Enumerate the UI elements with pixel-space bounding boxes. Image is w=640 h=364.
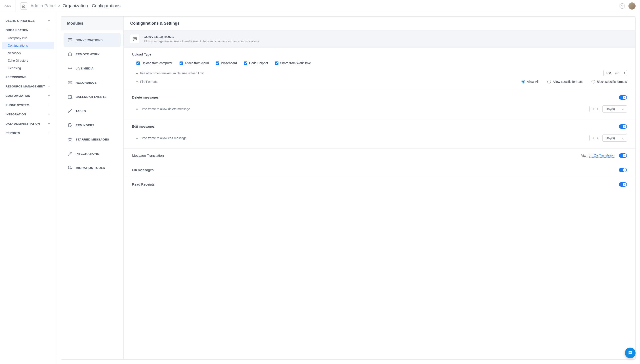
delete-timeframe-unit[interactable]: Day(s)⌄ <box>602 106 627 112</box>
sidebar-section-users-profiles[interactable]: USERS & PROFILES + <box>2 16 54 25</box>
home-button[interactable] <box>20 2 27 10</box>
check-label: Attach from cloud <box>185 61 209 65</box>
chevron-down-icon: ⌄ <box>621 137 623 140</box>
sidebar-section-label: USERS & PROFILES <box>6 19 35 22</box>
breadcrumb-sep: > <box>58 3 60 8</box>
plug-icon <box>68 151 72 156</box>
chat-bubble-icon <box>628 350 633 355</box>
check-label: Whiteboard <box>221 61 237 65</box>
plus-icon: + <box>47 122 51 126</box>
radio-input[interactable] <box>547 80 551 84</box>
stepper-icon[interactable]: ▲▼ <box>597 137 599 140</box>
check-whiteboard[interactable]: Whiteboard <box>216 61 237 65</box>
checkbox[interactable] <box>244 62 247 65</box>
bullet-icon <box>136 73 138 74</box>
sidebar-section-label: PHONE SYSTEM <box>6 104 29 107</box>
module-tasks[interactable]: TASKS <box>64 104 121 118</box>
svg-rect-7 <box>68 96 72 99</box>
help-button[interactable]: ? <box>619 3 625 9</box>
sidebar-section-data-administration[interactable]: DATA ADMINISTRATION+ <box>2 120 54 128</box>
toggle-message-translation[interactable] <box>619 153 627 158</box>
check-icon <box>68 108 72 114</box>
module-calendar-events[interactable]: CALENDAR EVENTS <box>64 90 121 104</box>
module-reminders[interactable]: REMINDERS <box>64 118 121 132</box>
chevron-down-icon: ⌄ <box>621 108 623 110</box>
minus-icon: – <box>47 28 51 32</box>
check-share-workdrive[interactable]: Share from WorkDrive <box>275 61 311 65</box>
sidebar-section-reports[interactable]: REPORTS+ <box>2 129 54 137</box>
sidebar-item-zoho-directory[interactable]: Zoho Directory <box>2 57 54 64</box>
section-message-translation: Message Translation Via : ZZia Translati… <box>124 148 635 163</box>
check-attach-cloud[interactable]: Attach from cloud <box>179 61 209 65</box>
max-size-input[interactable]: 400 mb ▲▼ <box>603 70 627 76</box>
radio-allow-all[interactable]: Allow All <box>522 80 538 84</box>
toggle-pin-messages[interactable] <box>619 168 627 172</box>
org-logo: Zylker <box>5 0 16 12</box>
sidebar-section-integration[interactable]: INTEGRATION+ <box>2 110 54 118</box>
delete-timeframe-value[interactable]: 30▲▼ <box>589 106 600 112</box>
section-title: Upload Type <box>132 52 151 56</box>
radio-label: Allow All <box>527 80 538 84</box>
sidebar-item-licensing[interactable]: Licensing <box>2 64 54 72</box>
module-migration-tools[interactable]: MIGRATION TOOLS <box>64 161 121 175</box>
sidebar-section-label: REPORTS <box>6 132 20 135</box>
toggle-edit-messages[interactable] <box>619 124 627 129</box>
sidebar-item-company-info[interactable]: Company Info <box>2 34 54 42</box>
svg-point-4 <box>70 68 70 69</box>
sidebar-section-label: DATA ADMINISTRATION <box>6 122 40 126</box>
sidebar-section-customization[interactable]: CUSTOMIZATION+ <box>2 92 54 100</box>
module-label: REMOTE WORK <box>76 52 100 56</box>
page-title: Configurations & Settings <box>124 17 635 30</box>
toggle-delete-messages[interactable] <box>619 95 627 100</box>
edit-timeframe-label: Time frame to allow edit message <box>140 136 187 140</box>
sidebar-item-networks[interactable]: Networks <box>2 49 54 57</box>
stepper-icon[interactable]: ▲▼ <box>624 72 625 74</box>
chat-icon <box>130 34 139 43</box>
module-integrations[interactable]: INTEGRATIONS <box>64 147 121 160</box>
edit-timeframe-unit[interactable]: Day(s)⌄ <box>602 134 627 142</box>
module-remote-work[interactable]: REMOTE WORK <box>64 47 121 61</box>
radio-input[interactable] <box>522 80 525 84</box>
checkbox[interactable] <box>216 62 219 65</box>
sidebar-item-configurations[interactable]: Configurations <box>2 42 54 49</box>
sidebar-section-resource-management[interactable]: RESOURCE MANAGEMENT+ <box>2 82 54 90</box>
house-icon <box>68 52 72 56</box>
module-label: LIVE MEDIA <box>76 67 94 70</box>
module-banner: CONVERSATIONS Allow your organization us… <box>124 30 635 48</box>
radio-block-specific[interactable]: Block specific formats <box>591 80 627 84</box>
zia-translation-link[interactable]: ZZia Translation <box>589 154 614 158</box>
module-live-media[interactable]: LIVE MEDIA <box>64 62 121 75</box>
clipboard-clock-icon <box>68 123 72 128</box>
sidebar-section-permissions[interactable]: PERMISSIONS+ <box>2 73 54 81</box>
plus-icon: + <box>47 103 51 107</box>
plus-icon: + <box>47 19 51 23</box>
checkbox[interactable] <box>275 62 278 65</box>
checkbox[interactable] <box>136 62 140 65</box>
svg-point-1 <box>69 40 69 40</box>
avatar[interactable] <box>628 2 635 10</box>
plus-icon: + <box>47 112 51 116</box>
module-label: INTEGRATIONS <box>76 152 99 155</box>
checkbox[interactable] <box>179 62 183 65</box>
calendar-icon <box>68 94 72 99</box>
radio-allow-specific[interactable]: Allow specific formats <box>547 80 583 84</box>
sidebar-section-phone-system[interactable]: PHONE SYSTEM+ <box>2 101 54 109</box>
edit-timeframe-value[interactable]: 30▲▼ <box>589 135 600 141</box>
breadcrumb-root[interactable]: Admin Panel <box>31 3 56 8</box>
check-code-snippet[interactable]: Code Snippet <box>244 61 268 65</box>
module-starred-messages[interactable]: STARRED MESSAGES <box>64 132 121 146</box>
chat-fab[interactable] <box>625 348 635 358</box>
check-upload-computer[interactable]: Upload from computer <box>136 61 172 65</box>
module-recordings[interactable]: REC RECORDINGS <box>64 76 121 90</box>
svg-point-20 <box>631 352 631 353</box>
sidebar-section-label: RESOURCE MANAGEMENT <box>6 85 45 88</box>
sidebar-section-organization[interactable]: ORGANIZATION – <box>2 26 54 34</box>
stepper-icon[interactable]: ▲▼ <box>597 108 599 110</box>
section-title: Message Translation <box>132 154 164 158</box>
max-size-value: 400 <box>606 72 611 75</box>
radio-input[interactable] <box>591 80 595 84</box>
module-conversations[interactable]: CONVERSATIONS <box>64 33 121 47</box>
svg-point-2 <box>70 40 70 40</box>
bullet-icon <box>136 108 138 110</box>
toggle-read-receipts[interactable] <box>619 182 627 187</box>
